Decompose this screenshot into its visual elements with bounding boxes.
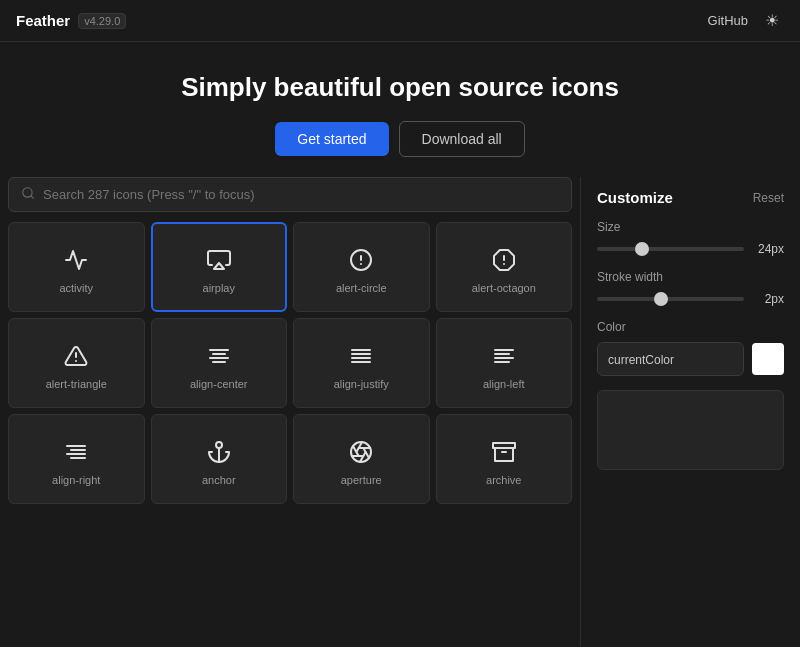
size-slider-row: 24px (597, 242, 784, 256)
logo: Feather (16, 12, 70, 29)
color-swatch[interactable] (752, 343, 784, 375)
icon-item-alert-triangle[interactable]: alert-triangle (8, 318, 145, 408)
anchor-icon (207, 440, 231, 464)
version-badge: v4.29.0 (78, 13, 126, 29)
size-value: 24px (752, 242, 784, 256)
icon-label-alert-triangle: alert-triangle (46, 378, 107, 390)
icon-label-anchor: anchor (202, 474, 236, 486)
alert-triangle-icon (64, 344, 88, 368)
github-link[interactable]: GitHub (708, 13, 748, 28)
header: Feather v4.29.0 GitHub ☀ (0, 0, 800, 42)
header-right: GitHub ☀ (708, 9, 784, 33)
icon-item-align-left[interactable]: align-left (436, 318, 573, 408)
icon-item-alert-octagon[interactable]: alert-octagon (436, 222, 573, 312)
icon-item-airplay[interactable]: airplay (151, 222, 288, 312)
theme-toggle-button[interactable]: ☀ (760, 9, 784, 33)
icon-item-align-center[interactable]: align-center (151, 318, 288, 408)
hero-buttons: Get started Download all (20, 121, 780, 157)
color-text-value: currentColor (608, 353, 674, 367)
customize-title: Customize (597, 189, 673, 206)
icons-panel: activity airplay alert-circle (0, 177, 580, 647)
icon-item-align-right[interactable]: align-right (8, 414, 145, 504)
stroke-label: Stroke width (597, 270, 784, 284)
icon-item-align-justify[interactable]: align-justify (293, 318, 430, 408)
color-row: currentColor (597, 342, 784, 376)
stroke-control: Stroke width 2px (597, 270, 784, 306)
stroke-slider[interactable] (597, 297, 744, 301)
icon-item-alert-circle[interactable]: alert-circle (293, 222, 430, 312)
search-input[interactable] (43, 187, 559, 202)
activity-icon (64, 248, 88, 272)
icon-item-aperture[interactable]: aperture (293, 414, 430, 504)
icon-label-aperture: aperture (341, 474, 382, 486)
align-right-icon (64, 440, 88, 464)
align-left-icon (492, 344, 516, 368)
stroke-value: 2px (752, 292, 784, 306)
align-justify-icon (349, 344, 373, 368)
icons-grid: activity airplay alert-circle (8, 222, 572, 504)
main-layout: activity airplay alert-circle (0, 177, 800, 647)
icon-item-anchor[interactable]: anchor (151, 414, 288, 504)
search-bar[interactable] (8, 177, 572, 212)
size-slider[interactable] (597, 247, 744, 251)
icon-label-alert-octagon: alert-octagon (472, 282, 536, 294)
header-left: Feather v4.29.0 (16, 12, 126, 29)
color-label: Color (597, 320, 784, 334)
icon-label-airplay: airplay (203, 282, 235, 294)
size-control: Size 24px (597, 220, 784, 256)
hero-title: Simply beautiful open source icons (20, 72, 780, 103)
svg-rect-36 (493, 443, 515, 448)
archive-icon (492, 440, 516, 464)
icon-label-align-justify: align-justify (334, 378, 389, 390)
svg-marker-2 (214, 263, 224, 269)
aperture-icon (349, 440, 373, 464)
color-input-wrap[interactable]: currentColor (597, 342, 744, 376)
alert-octagon-icon (492, 248, 516, 272)
download-all-button[interactable]: Download all (399, 121, 525, 157)
icon-preview-area (597, 390, 784, 470)
align-center-icon (207, 344, 231, 368)
icon-label-activity: activity (59, 282, 93, 294)
icon-item-activity[interactable]: activity (8, 222, 145, 312)
icon-label-align-left: align-left (483, 378, 525, 390)
stroke-slider-row: 2px (597, 292, 784, 306)
get-started-button[interactable]: Get started (275, 122, 388, 156)
airplay-icon (207, 248, 231, 272)
svg-line-1 (31, 196, 34, 199)
hero-section: Simply beautiful open source icons Get s… (0, 42, 800, 177)
alert-circle-icon (349, 248, 373, 272)
size-label: Size (597, 220, 784, 234)
reset-button[interactable]: Reset (753, 191, 784, 205)
icon-label-align-center: align-center (190, 378, 247, 390)
customize-panel: Customize Reset Size 24px Stroke width 2… (580, 177, 800, 647)
icon-item-archive[interactable]: archive (436, 414, 573, 504)
icon-label-alert-circle: alert-circle (336, 282, 387, 294)
icon-label-align-right: align-right (52, 474, 100, 486)
search-icon (21, 186, 35, 203)
color-control: Color currentColor (597, 320, 784, 376)
customize-header: Customize Reset (597, 189, 784, 206)
icon-label-archive: archive (486, 474, 521, 486)
